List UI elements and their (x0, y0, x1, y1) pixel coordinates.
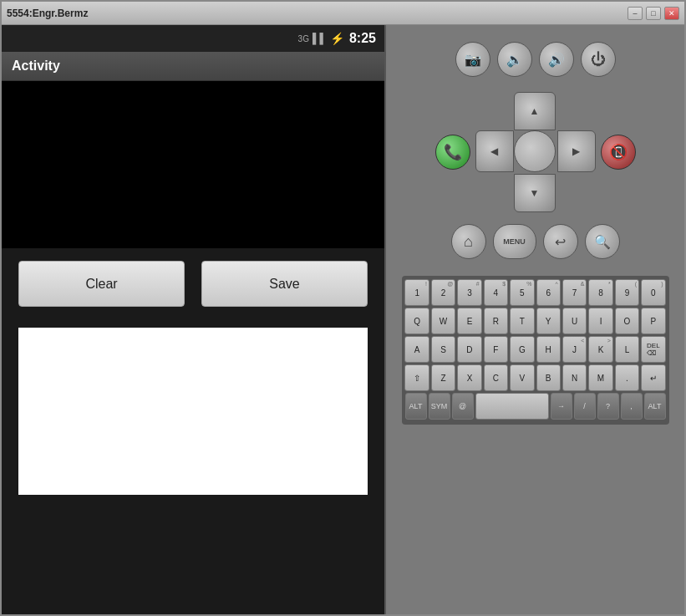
key-q[interactable]: Q (404, 308, 429, 334)
key-alt-left[interactable]: ALT (405, 393, 427, 420)
dpad-right-button[interactable]: ▶ (557, 130, 596, 172)
keyboard-row-asdf: A S D F G H J< K> L DEL⌫ (405, 336, 666, 363)
volume-down-button[interactable]: 🔈 (497, 42, 532, 77)
key-b[interactable]: B (536, 364, 561, 391)
app-header: Activity (2, 52, 384, 81)
key-arrow-right[interactable]: → (551, 393, 572, 420)
top-controls: 📷 🔈 🔊 ⏻ (455, 42, 616, 77)
key-v[interactable]: V (510, 364, 534, 391)
key-t[interactable]: T (510, 308, 534, 334)
window-title: 5554:Engr.Bermz (7, 8, 88, 19)
power-button[interactable]: ⏻ (581, 42, 616, 77)
home-icon: ⌂ (464, 233, 473, 251)
key-space[interactable] (475, 393, 549, 420)
key-i[interactable]: I (588, 308, 612, 334)
key-d[interactable]: D (457, 336, 481, 363)
key-period[interactable]: . (615, 364, 639, 391)
key-f[interactable]: F (484, 336, 508, 363)
close-button[interactable]: ✕ (664, 7, 679, 20)
key-r[interactable]: R (484, 308, 508, 334)
search-icon: 🔍 (594, 234, 611, 250)
status-icons: 3G ▌▌ ⚡ (298, 32, 344, 45)
camera-button[interactable]: 📷 (455, 42, 490, 77)
key-alt-right[interactable]: ALT (644, 393, 666, 420)
key-2[interactable]: 2@ (431, 279, 455, 306)
menu-button[interactable]: MENU (493, 224, 536, 259)
key-sym[interactable]: SYM (429, 393, 450, 420)
key-shift[interactable]: ⇧ (404, 364, 429, 391)
key-o[interactable]: O (615, 308, 639, 334)
keyboard-row-qwerty: Q W E R T Y U I O P (405, 308, 666, 334)
phone-area: 3G ▌▌ ⚡ 8:25 Activity Clear Save (2, 25, 386, 614)
key-7[interactable]: 7& (562, 279, 587, 306)
search-button[interactable]: 🔍 (585, 224, 620, 259)
key-5[interactable]: 5% (510, 279, 534, 306)
key-4[interactable]: 4$ (484, 279, 508, 306)
key-del[interactable]: DEL⌫ (641, 336, 665, 363)
key-at[interactable]: @ (452, 393, 474, 420)
key-9[interactable]: 9( (615, 279, 639, 306)
key-3[interactable]: 3# (457, 279, 481, 306)
volume-up-icon: 🔊 (548, 52, 565, 68)
home-button[interactable]: ⌂ (451, 224, 486, 259)
titlebar: 5554:Engr.Bermz – □ ✕ (2, 2, 684, 25)
key-s[interactable]: S (431, 336, 455, 363)
volume-down-icon: 🔈 (506, 52, 523, 68)
key-enter[interactable]: ↵ (641, 364, 665, 391)
key-z[interactable]: Z (431, 364, 455, 391)
key-l[interactable]: L (615, 336, 639, 363)
key-n[interactable]: N (562, 364, 587, 391)
key-question[interactable]: ? (597, 393, 619, 420)
key-p[interactable]: P (641, 308, 665, 334)
camera-icon: 📷 (465, 52, 481, 68)
dpad-center-button[interactable] (514, 130, 556, 172)
content-area (2, 81, 384, 248)
power-icon: ⏻ (591, 51, 606, 69)
key-e[interactable]: E (457, 308, 481, 334)
call-button[interactable]: 📞 (435, 135, 470, 170)
key-u[interactable]: U (562, 308, 587, 334)
key-m[interactable]: M (588, 364, 612, 391)
up-arrow-icon: ▲ (530, 105, 540, 117)
volume-up-button[interactable]: 🔊 (539, 42, 574, 77)
text-input[interactable] (18, 328, 368, 495)
back-button[interactable]: ↩ (543, 224, 578, 259)
dpad-down-button[interactable]: ▼ (514, 174, 556, 212)
dpad-up-button[interactable]: ▲ (514, 92, 556, 130)
key-j[interactable]: J< (562, 336, 587, 363)
key-h[interactable]: H (536, 336, 561, 363)
phone-bottom (2, 581, 384, 614)
minimize-button[interactable]: – (628, 7, 643, 20)
keyboard-row-bottom: ALT SYM @ → / ? , ALT (405, 393, 666, 420)
menu-label: MENU (503, 237, 526, 246)
key-comma[interactable]: , (621, 393, 643, 420)
key-c[interactable]: C (484, 364, 508, 391)
key-a[interactable]: A (404, 336, 429, 363)
dpad-row: 📞 ▲ ▼ ◀ ▶ (435, 92, 636, 212)
signal-indicator: 3G (298, 34, 309, 43)
control-panel: 📷 🔈 🔊 ⏻ 📞 ▲ (386, 25, 684, 614)
main-window: 5554:Engr.Bermz – □ ✕ 3G ▌▌ ⚡ 8:25 Activ… (0, 0, 686, 616)
key-w[interactable]: W (431, 308, 455, 334)
down-arrow-icon: ▼ (530, 187, 540, 199)
call-icon: 📞 (444, 143, 462, 161)
key-6[interactable]: 6^ (536, 279, 561, 306)
dpad-left-button[interactable]: ◀ (475, 130, 514, 172)
clear-button[interactable]: Clear (18, 261, 185, 307)
key-k[interactable]: K> (588, 336, 612, 363)
key-x[interactable]: X (457, 364, 481, 391)
key-1[interactable]: 1! (404, 279, 429, 306)
keyboard-row-zxcv: ⇧ Z X C V B N M . ↵ (405, 364, 666, 391)
dpad: ▲ ▼ ◀ ▶ (475, 92, 596, 212)
key-slash[interactable]: / (574, 393, 596, 420)
text-area-container (2, 319, 384, 581)
key-8[interactable]: 8* (588, 279, 612, 306)
button-area: Clear Save (2, 248, 384, 319)
hangup-button[interactable]: 📵 (601, 135, 636, 170)
key-0[interactable]: 0) (641, 279, 665, 306)
battery-icon: ⚡ (330, 32, 344, 45)
key-g[interactable]: G (510, 336, 534, 363)
save-button[interactable]: Save (201, 261, 368, 307)
key-y[interactable]: Y (536, 308, 561, 334)
restore-button[interactable]: □ (646, 7, 661, 20)
